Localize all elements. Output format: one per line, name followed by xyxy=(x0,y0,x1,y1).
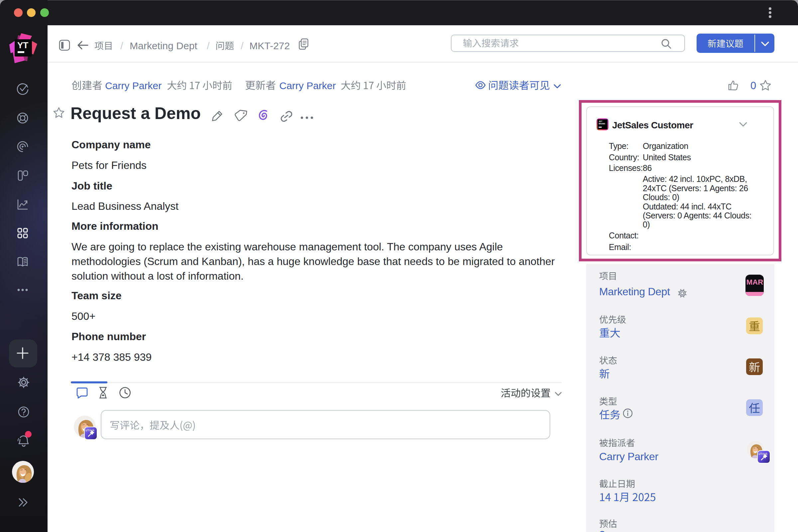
svg-text:uTrack: uTrack xyxy=(86,429,95,432)
svg-text:uTrack: uTrack xyxy=(758,452,768,456)
svg-text:YT: YT xyxy=(17,40,28,50)
svg-text:JET: JET xyxy=(599,120,603,122)
svg-text:BRAINS: BRAINS xyxy=(599,123,606,125)
